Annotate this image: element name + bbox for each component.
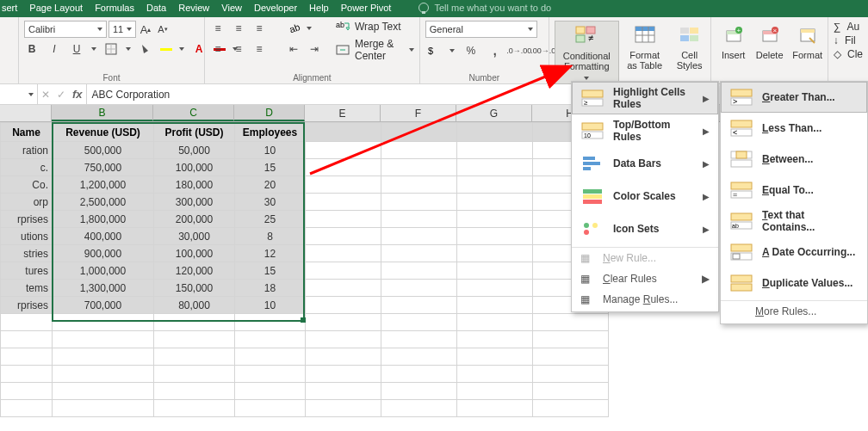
name-box[interactable]: [0, 84, 38, 104]
cell[interactable]: 500,000: [53, 142, 154, 159]
cell[interactable]: [306, 348, 381, 366]
cell[interactable]: 1,000,000: [53, 262, 154, 280]
col-header-d[interactable]: D: [234, 105, 305, 121]
cell[interactable]: [457, 159, 533, 176]
cell[interactable]: [306, 194, 381, 211]
cell[interactable]: 1,300,000: [53, 280, 154, 297]
cell[interactable]: [306, 228, 381, 245]
cell[interactable]: [154, 366, 235, 383]
enter-formula-icon[interactable]: ✓: [57, 89, 65, 101]
cell[interactable]: [235, 400, 306, 417]
cell[interactable]: [457, 262, 533, 280]
cell[interactable]: 300,000: [154, 194, 235, 211]
cell[interactable]: [533, 366, 609, 383]
cell[interactable]: stries: [1, 245, 53, 262]
cell[interactable]: [1, 348, 53, 366]
cell[interactable]: [533, 331, 609, 348]
cell[interactable]: 1,800,000: [53, 211, 154, 228]
cell[interactable]: [381, 245, 457, 262]
menu-color-scales[interactable]: Color Scales ▶: [572, 180, 718, 212]
cell[interactable]: 10: [235, 142, 306, 159]
decrease-font-icon[interactable]: A▾: [155, 22, 170, 37]
cell[interactable]: Revenue (USD): [53, 123, 154, 142]
cell[interactable]: [235, 314, 306, 331]
cell[interactable]: 25: [235, 211, 306, 228]
col-header-c[interactable]: C: [153, 105, 234, 121]
cell[interactable]: [306, 211, 381, 228]
cell[interactable]: [306, 280, 381, 297]
increase-indent-icon[interactable]: ⇥: [307, 41, 322, 57]
cell[interactable]: [533, 314, 609, 331]
merge-center-button[interactable]: Merge & Center: [336, 38, 414, 62]
cell[interactable]: [1, 331, 53, 348]
cell[interactable]: 150,000: [154, 280, 235, 297]
cell[interactable]: 80,000: [154, 297, 235, 314]
cell[interactable]: [381, 280, 457, 297]
cell[interactable]: 50,000: [154, 142, 235, 159]
cell[interactable]: [381, 262, 457, 280]
cell[interactable]: [381, 142, 457, 159]
cell[interactable]: 200,000: [154, 211, 235, 228]
cell[interactable]: 100,000: [154, 159, 235, 176]
align-center-icon[interactable]: ≡: [231, 41, 246, 57]
cell[interactable]: [381, 123, 457, 142]
align-middle-icon[interactable]: ≡: [231, 21, 246, 36]
cell[interactable]: [381, 159, 457, 176]
menu-highlight-cells-rules[interactable]: ≥ Highlight Cells Rules ▶: [572, 82, 718, 114]
menu-icon-sets[interactable]: Icon Sets ▶: [572, 212, 718, 245]
cell[interactable]: [306, 297, 381, 314]
cell[interactable]: [1, 314, 53, 331]
borders-button[interactable]: [103, 41, 119, 57]
underline-button[interactable]: U: [69, 41, 84, 57]
cell[interactable]: [1, 383, 53, 400]
cell[interactable]: [457, 176, 533, 194]
menu-top-bottom-rules[interactable]: 10 Top/Bottom Rules ▶: [572, 114, 718, 147]
cell[interactable]: [53, 400, 154, 417]
cell[interactable]: [306, 314, 381, 331]
increase-decimal-icon[interactable]: .0→.00: [512, 43, 527, 58]
italic-button[interactable]: I: [46, 41, 62, 57]
cell[interactable]: 120,000: [154, 262, 235, 280]
cell[interactable]: [457, 228, 533, 245]
submenu-less-than[interactable]: < Less Than...: [721, 113, 867, 144]
cell[interactable]: [457, 194, 533, 211]
cell[interactable]: [306, 400, 381, 417]
chevron-down-icon[interactable]: [307, 27, 312, 30]
chevron-down-icon[interactable]: [179, 47, 184, 51]
cell[interactable]: [306, 142, 381, 159]
cell[interactable]: [53, 383, 154, 400]
number-format-select[interactable]: General: [425, 21, 537, 38]
cell[interactable]: 12: [235, 245, 306, 262]
chevron-down-icon[interactable]: [91, 47, 96, 51]
cell[interactable]: [53, 366, 154, 383]
cell[interactable]: [1, 400, 53, 417]
col-header-g[interactable]: G: [456, 105, 532, 121]
cell[interactable]: [381, 228, 457, 245]
cell[interactable]: 10: [235, 297, 306, 314]
cell[interactable]: utions: [1, 228, 53, 245]
cell[interactable]: tems: [1, 280, 53, 297]
menu-manage-rules[interactable]: ▦ Manage Rules...: [572, 291, 718, 311]
menu-help[interactable]: Help: [307, 1, 339, 15]
menu-clear-rules[interactable]: ▦ Clear Rules▶: [572, 270, 718, 291]
chevron-down-icon[interactable]: [450, 49, 455, 52]
cell[interactable]: Co.: [1, 176, 53, 194]
cell[interactable]: [381, 383, 457, 400]
cell[interactable]: 15: [235, 159, 306, 176]
cell[interactable]: [457, 348, 533, 366]
cell[interactable]: 100,000: [154, 245, 235, 262]
autosum-button[interactable]: ∑ Au: [834, 21, 860, 33]
menu-developer[interactable]: Developer: [252, 1, 307, 15]
cell[interactable]: [457, 211, 533, 228]
cell[interactable]: 180,000: [154, 176, 235, 194]
cell[interactable]: Profit (USD): [154, 123, 235, 142]
decrease-indent-icon[interactable]: ⇤: [286, 41, 301, 57]
cell[interactable]: [381, 331, 457, 348]
cell[interactable]: [381, 400, 457, 417]
align-top-icon[interactable]: ≡: [210, 21, 226, 36]
submenu-more-rules[interactable]: More Rules...: [721, 303, 867, 323]
cell[interactable]: 2,500,000: [53, 194, 154, 211]
cell[interactable]: rprises: [1, 211, 53, 228]
cell[interactable]: [306, 366, 381, 383]
cell[interactable]: [457, 400, 533, 417]
